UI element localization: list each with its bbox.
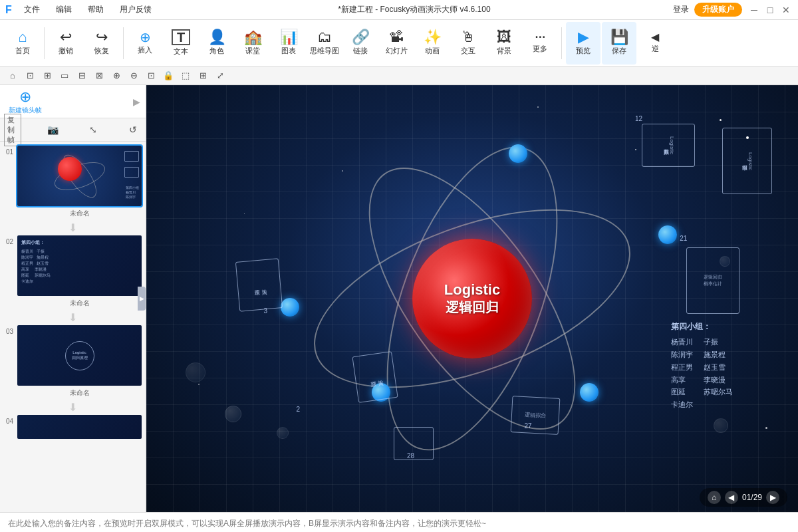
slide-separator-1: ⬇ <box>3 221 143 234</box>
sidebar-collapse-icon[interactable]: ▶ <box>133 96 140 107</box>
team-member-2: 陈润宇 <box>671 348 693 361</box>
canvas-background[interactable]: Logistic 逻辑回归 12 Logistic回归系数 Logistic回报… <box>146 85 798 512</box>
tool-class-label: 课堂 <box>245 46 260 56</box>
atom-subtitle: 逻辑回归 <box>446 299 499 317</box>
sec-tool-grid[interactable]: ⊞ <box>196 68 210 83</box>
secondary-toolbar: ⌂ ⊡ ⊞ ▭ ⊟ ⊠ ⊕ ⊖ ⊡ 🔒 ⬚ ⊞ ⤢ <box>0 66 798 85</box>
menu-feedback[interactable]: 用户反馈 <box>116 3 156 17</box>
tool-link[interactable]: 🔗 链接 <box>343 22 378 65</box>
sec-tool-house[interactable]: ⌂ <box>5 68 20 83</box>
tool-interact[interactable]: 🖱 交互 <box>451 22 485 65</box>
sec-tool-img[interactable]: ⬚ <box>178 68 193 83</box>
tool-link-label: 链接 <box>353 46 368 56</box>
minimize-button[interactable]: ─ <box>747 3 761 17</box>
sec-tool-lock[interactable]: 🔒 <box>161 68 176 83</box>
tool-animation[interactable]: ✨ 动画 <box>415 22 450 65</box>
add-slide-icon-2[interactable]: ⬇ <box>68 311 77 324</box>
title-bar-right: 登录 升级账户 ─ □ ✕ <box>673 3 793 17</box>
sec-tool-zoomin[interactable]: ⊕ <box>109 68 124 83</box>
maximize-button[interactable]: □ <box>763 3 777 17</box>
sec-tool-copy[interactable]: ⊡ <box>23 68 37 83</box>
nav-home-button[interactable]: ⌂ <box>708 491 721 504</box>
team-member-1: 杨晋川 <box>671 336 693 348</box>
tool-mindmap[interactable]: 🗂 思维导图 <box>307 22 342 65</box>
menu-edit[interactable]: 编辑 <box>52 3 76 17</box>
undo-icon: ↩ <box>60 30 72 45</box>
frame-card-28[interactable] <box>394 427 434 460</box>
slide-item-4: 04 <box>3 414 143 440</box>
tool-back[interactable]: ◀ 逆 <box>638 22 672 65</box>
home-icon: ⌂ <box>18 30 27 45</box>
sec-tool-zoomout[interactable]: ⊖ <box>126 68 141 83</box>
frame-card-input[interactable]: 输入原理 <box>352 352 398 404</box>
team-info: 第四小组： 杨晋川 陈润宇 程正男 高享 图延 卡迪尔 子振 施景程 赵玉雪 <box>671 320 733 411</box>
tool-insert[interactable]: ⊕ 插入 <box>128 22 162 65</box>
slide-thumb-4[interactable] <box>16 414 143 440</box>
tool-more-label: 更多 <box>533 44 547 54</box>
menu-help[interactable]: 帮助 <box>84 3 108 17</box>
tool-slide[interactable]: 📽 幻灯片 <box>379 22 414 65</box>
tool-save[interactable]: 💾 保存 <box>602 22 636 65</box>
tool-home[interactable]: ⌂ 首页 <box>5 22 40 65</box>
menu-file[interactable]: 文件 <box>20 3 44 17</box>
team-member-9: 赵玉雪 <box>704 361 733 374</box>
upgrade-button[interactable]: 升级账户 <box>694 3 742 17</box>
sec-tool-fit[interactable]: ⊡ <box>144 68 158 83</box>
tool-undo[interactable]: ↩ 撤销 <box>49 22 83 65</box>
sec-tool-rect2[interactable]: ⊟ <box>74 68 89 83</box>
interact-icon: 🖱 <box>461 30 475 45</box>
tool-chart[interactable]: 📊 图表 <box>271 22 306 65</box>
frame-card-21[interactable]: 逻辑回归概率估计 <box>686 247 739 314</box>
login-button[interactable]: 登录 <box>673 4 689 15</box>
slide-thumb-3[interactable]: Logistic回归原理 <box>16 324 143 387</box>
notes-expand-button[interactable]: ⤢ <box>779 513 798 532</box>
add-slide-icon-3[interactable]: ⬇ <box>68 401 77 414</box>
frame-card-27[interactable]: 逻辑拟合 <box>510 396 560 435</box>
tool-character[interactable]: 👤 角色 <box>200 22 234 65</box>
close-button[interactable]: ✕ <box>779 3 793 17</box>
star-6 <box>244 213 245 214</box>
canvas-area: ◀ <box>146 85 798 512</box>
frame-card-12[interactable]: Logistic回归系数 <box>642 124 695 167</box>
notes-input[interactable] <box>0 513 779 532</box>
sec-tool-rect[interactable]: ▭ <box>57 68 72 83</box>
nav-prev-button[interactable]: ◀ <box>725 491 738 504</box>
slide-num-4: 04 <box>3 418 13 425</box>
slide-thumb-2[interactable]: 第四小组： 杨晋川 子振 陈润宇 施景程 程正男 赵玉雪 高享 李晓漫 图延 苏… <box>16 234 143 297</box>
frame-card-logistic[interactable]: Logistic回报率 <box>722 128 772 194</box>
toolbar-separator <box>44 27 45 59</box>
link-icon: 🔗 <box>352 30 370 45</box>
add-slide-icon[interactable]: ⬇ <box>68 221 77 234</box>
new-frame-icon: ⊕ <box>19 88 31 106</box>
slide-thumb-1[interactable]: 第四小组杨晋川陈润宇 <box>16 144 143 207</box>
bubble-4 <box>714 418 728 433</box>
redo-icon: ↪ <box>96 30 108 45</box>
sidebar-expand-arrow[interactable]: ▶ <box>138 287 146 311</box>
sidebar-copy-button[interactable]: 复制帧 <box>4 121 21 138</box>
slide-item-1: 01 第四小组杨晋川陈润宇 <box>3 144 143 218</box>
slides-list: 01 第四小组杨晋川陈润宇 <box>0 142 146 512</box>
tool-redo[interactable]: ↪ 恢复 <box>84 22 119 65</box>
tool-preview[interactable]: ▶ 预览 <box>566 22 600 65</box>
slide-label-2: 未命名 <box>16 299 143 308</box>
sidebar-rotate-button[interactable]: ↺ <box>124 121 142 138</box>
sidebar-camera-button[interactable]: 📷 <box>44 121 61 138</box>
tool-class[interactable]: 🏫 课堂 <box>235 22 270 65</box>
sidebar-expand-button[interactable]: ⤡ <box>84 121 102 138</box>
tool-text[interactable]: T 文本 <box>164 22 198 65</box>
nav-next-button[interactable]: ▶ <box>766 491 779 504</box>
new-frame-button[interactable]: ⊕ 新建镜头帧 <box>5 87 45 116</box>
tool-background[interactable]: 🖼 背景 <box>487 22 521 65</box>
sec-tool-fullscreen[interactable]: ⤢ <box>213 68 227 83</box>
atom-center: Logistic 逻辑回归 <box>412 239 532 358</box>
team-member-4: 高享 <box>671 374 693 386</box>
sec-tool-align[interactable]: ⊠ <box>92 68 106 83</box>
slide-label-1: 未命名 <box>16 209 143 218</box>
sec-tool-crop[interactable]: ⊞ <box>40 68 55 83</box>
tool-save-label: 保存 <box>612 46 626 56</box>
back-icon: ◀ <box>651 32 659 43</box>
save-icon: 💾 <box>610 30 628 45</box>
tool-more[interactable]: ⋯ 更多 <box>523 22 557 65</box>
team-member-8: 施景程 <box>704 348 733 361</box>
frame-card-3[interactable]: 输入原理 <box>235 259 283 312</box>
